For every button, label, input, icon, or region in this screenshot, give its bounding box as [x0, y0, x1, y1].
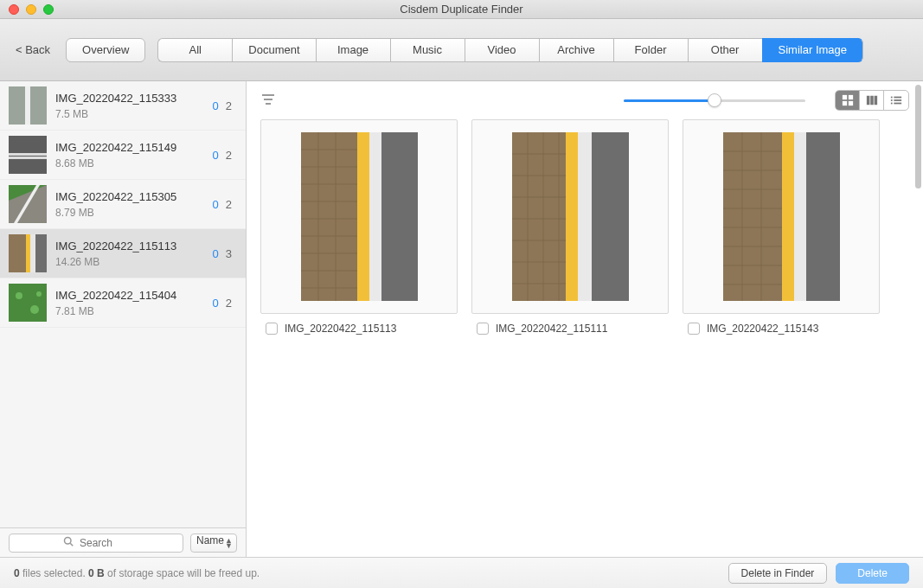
selected-count: 0 [213, 149, 219, 162]
preview-item[interactable]: IMG_20220422_115113 [260, 119, 458, 335]
tab-music[interactable]: Music [390, 38, 465, 62]
grid-view-icon[interactable] [836, 91, 860, 110]
total-count: 2 [226, 99, 232, 112]
svg-rect-50 [512, 132, 566, 301]
file-size: 8.79 MB [55, 207, 213, 219]
svg-rect-1 [25, 86, 30, 125]
svg-rect-10 [26, 234, 30, 272]
preview-item[interactable]: IMG_20220422_115143 [683, 119, 880, 335]
back-button[interactable]: < Back [16, 43, 50, 56]
list-item[interactable]: IMG_20220422_115305 8.79 MB 0 2 [0, 180, 246, 229]
file-name: IMG_20220422_115333 [55, 92, 213, 105]
svg-rect-27 [874, 96, 877, 105]
thumbnail-icon [9, 185, 47, 223]
total-count: 2 [226, 297, 232, 310]
svg-rect-36 [357, 132, 369, 301]
preview-toolbar [247, 81, 923, 119]
preview-item-name: IMG_20220422_115113 [285, 323, 396, 335]
svg-rect-32 [891, 103, 893, 105]
minimize-window-button[interactable] [26, 4, 36, 15]
list-item[interactable]: IMG_20220422_115149 8.68 MB 0 2 [0, 131, 246, 180]
svg-rect-35 [301, 132, 357, 301]
preview-grid: IMG_20220422_115113 [247, 119, 923, 348]
svg-rect-24 [848, 101, 852, 105]
svg-rect-4 [9, 157, 47, 159]
file-size: 7.5 MB [55, 108, 213, 120]
duplicate-groups-list: IMG_20220422_115333 7.5 MB 0 2 [0, 81, 246, 527]
svg-rect-31 [894, 99, 901, 101]
tab-folder[interactable]: Folder [613, 38, 688, 62]
tab-image[interactable]: Image [316, 38, 390, 62]
search-icon [63, 536, 74, 549]
category-tabs: All Document Image Music Video Archive F… [157, 38, 863, 62]
select-checkbox[interactable] [477, 323, 489, 335]
delete-button[interactable]: Delete [836, 563, 909, 584]
list-item[interactable]: IMG_20220422_115333 7.5 MB 0 2 [0, 81, 246, 131]
scrollbar[interactable] [915, 85, 921, 189]
svg-rect-37 [369, 132, 381, 301]
list-item[interactable]: IMG_20220422_115404 7.81 MB 0 2 [0, 278, 246, 328]
maximize-window-button[interactable] [43, 4, 54, 15]
thumbnail-icon [9, 86, 47, 125]
list-view-icon[interactable] [884, 91, 908, 110]
search-input[interactable] [10, 537, 183, 549]
total-count: 3 [226, 247, 232, 260]
view-mode-segment [835, 90, 909, 111]
svg-rect-21 [842, 95, 846, 99]
svg-rect-26 [870, 96, 874, 105]
tab-document[interactable]: Document [232, 38, 315, 62]
chevron-up-down-icon: ▲▼ [225, 538, 233, 548]
total-count: 2 [226, 198, 232, 211]
sidebar: IMG_20220422_115333 7.5 MB 0 2 [0, 81, 247, 557]
sort-select[interactable]: Name ▲▼ [190, 534, 237, 553]
selected-count: 0 [213, 297, 219, 310]
sidebar-controls: Name ▲▼ [0, 527, 246, 557]
search-field-wrap[interactable] [9, 534, 183, 553]
tab-video[interactable]: Video [465, 38, 539, 62]
list-item[interactable]: IMG_20220422_115113 14.26 MB 0 3 [0, 229, 246, 278]
svg-rect-51 [566, 132, 578, 301]
delete-in-finder-button[interactable]: Delete in Finder [728, 563, 828, 584]
svg-line-17 [70, 543, 73, 546]
columns-view-icon[interactable] [860, 91, 884, 110]
main-area: IMG_20220422_115333 7.5 MB 0 2 [0, 81, 923, 557]
svg-rect-52 [578, 132, 592, 301]
preview-item-name: IMG_20220422_115143 [707, 323, 818, 335]
preview-image [260, 119, 458, 314]
preview-item[interactable]: IMG_20220422_115111 [471, 119, 669, 335]
svg-rect-9 [9, 234, 26, 272]
overview-button[interactable]: Overview [66, 38, 145, 62]
tab-archive[interactable]: Archive [539, 38, 613, 62]
file-name: IMG_20220422_115305 [55, 190, 213, 203]
svg-point-16 [65, 538, 72, 545]
svg-point-14 [30, 305, 39, 314]
filter-icon[interactable] [260, 92, 276, 110]
tab-other[interactable]: Other [688, 38, 762, 62]
close-window-button[interactable] [9, 4, 19, 15]
select-checkbox[interactable] [688, 323, 700, 335]
window-controls [9, 4, 54, 15]
status-text: 0 files selected. 0 B of storage space w… [14, 567, 260, 579]
svg-rect-66 [794, 132, 806, 301]
thumbnail-icon [9, 234, 47, 272]
selected-count: 0 [213, 247, 219, 260]
file-size: 8.68 MB [55, 157, 213, 169]
svg-rect-33 [894, 103, 901, 105]
selected-count: 0 [213, 99, 219, 112]
tab-all[interactable]: All [157, 38, 232, 62]
svg-rect-3 [9, 153, 47, 156]
status-bar: 0 files selected. 0 B of storage space w… [0, 557, 923, 588]
svg-rect-65 [782, 132, 794, 301]
tab-similar-image[interactable]: Similar Image [762, 38, 863, 62]
svg-rect-30 [891, 99, 893, 101]
file-name: IMG_20220422_115149 [55, 141, 213, 154]
svg-point-13 [16, 292, 22, 299]
preview-item-name: IMG_20220422_115111 [496, 323, 607, 335]
svg-rect-12 [9, 284, 47, 322]
preview-image [683, 119, 880, 314]
thumbnail-size-slider[interactable] [624, 92, 805, 109]
svg-point-15 [36, 291, 42, 297]
file-size: 14.26 MB [55, 256, 213, 268]
select-checkbox[interactable] [266, 323, 278, 335]
toolbar: < Back Overview All Document Image Music… [0, 19, 923, 81]
